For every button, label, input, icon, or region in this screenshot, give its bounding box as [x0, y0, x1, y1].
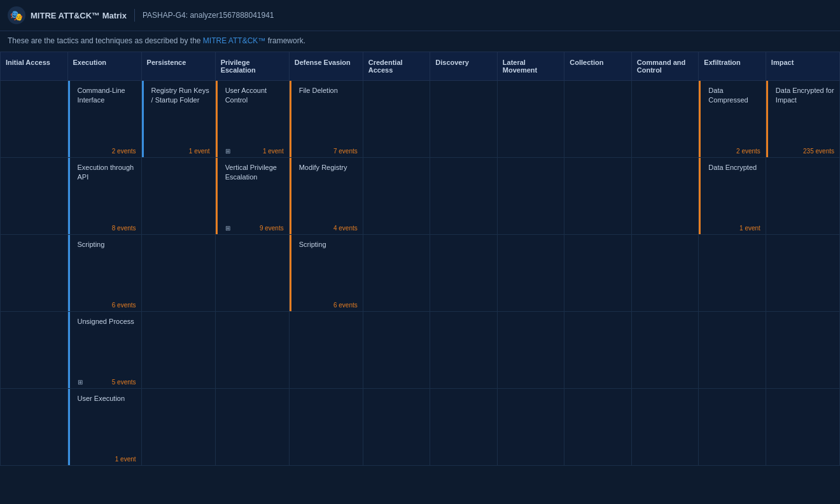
cell-1-8[interactable] — [564, 158, 632, 235]
cell-4-4[interactable] — [289, 389, 363, 466]
cell-3-9[interactable] — [631, 312, 699, 389]
cell-0-7[interactable] — [497, 81, 564, 158]
subtitle-text-after: framework. — [265, 36, 305, 45]
cell-2-5[interactable] — [363, 235, 430, 312]
cell-3-1[interactable]: Unsigned Process ⊞ 5 events — [67, 312, 141, 389]
cell-0-4[interactable]: File Deletion 7 events — [289, 81, 363, 158]
cell-3-10[interactable] — [699, 312, 766, 389]
cell-2-1[interactable]: Scripting 6 events — [67, 235, 141, 312]
cell-name-0-1: Command-Line Interface — [78, 86, 136, 145]
cell-1-3[interactable]: Vertical Privilege Escalation ⊞ 9 events — [215, 158, 289, 235]
cell-1-0[interactable] — [1, 158, 68, 235]
cell-4-9[interactable] — [631, 389, 699, 466]
cell-3-2[interactable] — [141, 312, 215, 389]
cell-events-1-10: 1 event — [739, 225, 760, 232]
th-credential-access: Credential Access — [363, 52, 430, 81]
cell-2-3[interactable] — [215, 235, 289, 312]
th-lateral-movement: Lateral Movement — [497, 52, 564, 81]
cell-0-5[interactable] — [363, 81, 430, 158]
cell-icon-1-3: ⊞ — [225, 225, 230, 232]
cell-4-1[interactable]: User Execution 1 event — [67, 389, 141, 466]
cell-4-7[interactable] — [497, 389, 564, 466]
cell-events-0-2: 1 event — [189, 148, 210, 155]
cell-name-1-3: Vertical Privilege Escalation — [225, 163, 284, 222]
cell-name-2-1: Scripting — [78, 240, 136, 299]
cell-3-5[interactable] — [363, 312, 430, 389]
cell-0-11[interactable]: Data Encrypted for Impact 235 events — [766, 81, 839, 158]
cell-4-8[interactable] — [564, 389, 632, 466]
cell-4-0[interactable] — [1, 389, 68, 466]
th-execution: Execution — [67, 52, 141, 81]
app-title: MITRE ATT&CK™ Matrix — [31, 11, 127, 20]
cell-events-0-3: 1 event — [263, 148, 284, 155]
cell-name-0-4: File Deletion — [299, 86, 358, 145]
cell-icon-0-3: ⊞ — [225, 148, 230, 155]
cell-2-11[interactable] — [766, 235, 839, 312]
table-row-2: Scripting 6 events Scripting 6 events — [1, 235, 840, 312]
cell-name-1-10: Data Encrypted — [708, 163, 760, 222]
cell-4-2[interactable] — [141, 389, 215, 466]
cell-0-8[interactable] — [564, 81, 632, 158]
cell-2-2[interactable] — [141, 235, 215, 312]
th-defense-evasion: Defense Evasion — [289, 52, 363, 81]
cell-events-0-10: 2 events — [736, 148, 760, 155]
cell-3-8[interactable] — [564, 312, 632, 389]
cell-3-7[interactable] — [497, 312, 564, 389]
cell-1-1[interactable]: Execution through API 8 events — [67, 158, 141, 235]
cell-1-11[interactable] — [766, 158, 839, 235]
cell-2-4[interactable]: Scripting 6 events — [289, 235, 363, 312]
cell-1-9[interactable] — [631, 158, 699, 235]
cell-2-6[interactable] — [430, 235, 498, 312]
cell-events-3-1: 5 events — [112, 379, 136, 386]
cell-0-6[interactable] — [430, 81, 498, 158]
cell-1-6[interactable] — [430, 158, 498, 235]
cell-3-4[interactable] — [289, 312, 363, 389]
cell-name-0-11: Data Encrypted for Impact — [776, 86, 834, 145]
table-row-4: User Execution 1 event — [1, 389, 840, 466]
cell-1-4[interactable]: Modify Registry 4 events — [289, 158, 363, 235]
cell-3-3[interactable] — [215, 312, 289, 389]
cell-1-10[interactable]: Data Encrypted 1 event — [699, 158, 766, 235]
cell-3-0[interactable] — [1, 312, 68, 389]
cell-0-10[interactable]: Data Compressed 2 events — [699, 81, 766, 158]
cell-name-0-2: Registry Run Keys / Startup Folder — [151, 86, 210, 145]
app-header: 🎭 MITRE ATT&CK™ Matrix PASHAP-G4: analyz… — [0, 0, 840, 31]
table-row-3: Unsigned Process ⊞ 5 events — [1, 312, 840, 389]
cell-4-6[interactable] — [430, 389, 498, 466]
table-row-0: Command-Line Interface 2 events Registry… — [1, 81, 840, 158]
cell-1-5[interactable] — [363, 158, 430, 235]
matrix-table: Initial Access Execution Persistence Pri… — [0, 52, 840, 466]
cell-2-0[interactable] — [1, 235, 68, 312]
cell-4-3[interactable] — [215, 389, 289, 466]
cell-name-1-4: Modify Registry — [299, 163, 358, 222]
cell-2-10[interactable] — [699, 235, 766, 312]
subtitle: These are the tactics and techniques as … — [0, 31, 840, 52]
th-persistence: Persistence — [141, 52, 215, 81]
th-initial-access: Initial Access — [1, 52, 68, 81]
cell-1-2[interactable] — [141, 158, 215, 235]
cell-1-7[interactable] — [497, 158, 564, 235]
cell-events-1-1: 8 events — [112, 225, 136, 232]
cell-3-6[interactable] — [430, 312, 498, 389]
cell-4-5[interactable] — [363, 389, 430, 466]
cell-2-9[interactable] — [631, 235, 699, 312]
cell-3-11[interactable] — [766, 312, 839, 389]
cell-events-0-4: 7 events — [333, 148, 358, 155]
cell-name-0-3: User Account Control — [225, 86, 284, 145]
subtitle-text-before: These are the tactics and techniques as … — [8, 36, 203, 45]
cell-name-2-4: Scripting — [299, 240, 358, 299]
cell-name-3-1: Unsigned Process — [78, 317, 136, 376]
th-exfiltration: Exfiltration — [699, 52, 766, 81]
cell-0-2[interactable]: Registry Run Keys / Startup Folder 1 eve… — [141, 81, 215, 158]
cell-0-1[interactable]: Command-Line Interface 2 events — [67, 81, 141, 158]
cell-4-10[interactable] — [699, 389, 766, 466]
cell-0-9[interactable] — [631, 81, 699, 158]
matrix-container: Initial Access Execution Persistence Pri… — [0, 52, 840, 466]
cell-2-7[interactable] — [497, 235, 564, 312]
cell-4-11[interactable] — [766, 389, 839, 466]
cell-icon-3-1: ⊞ — [78, 379, 83, 386]
mitre-link[interactable]: MITRE ATT&CK™ — [203, 36, 265, 45]
cell-0-0[interactable] — [1, 81, 68, 158]
cell-0-3[interactable]: User Account Control ⊞ 1 event — [215, 81, 289, 158]
cell-2-8[interactable] — [564, 235, 632, 312]
